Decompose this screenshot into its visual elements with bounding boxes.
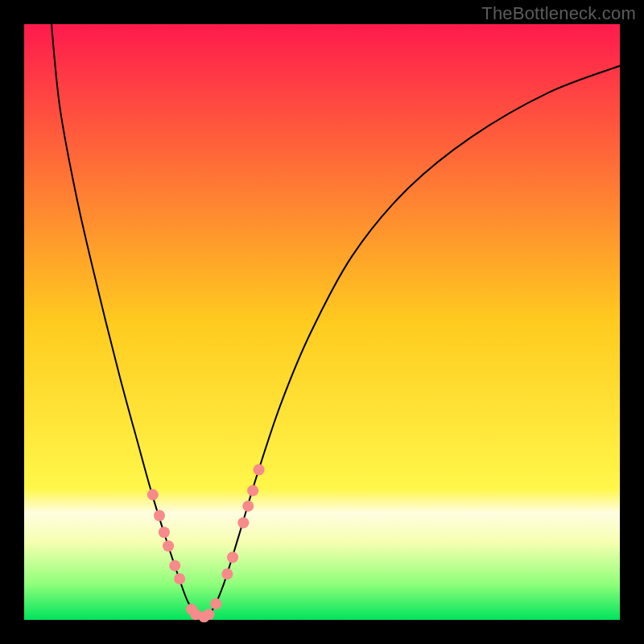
watermark-text: TheBottleneck.com <box>481 3 636 24</box>
data-marker <box>210 598 221 609</box>
data-marker <box>174 573 185 584</box>
data-marker <box>227 551 238 563</box>
data-marker <box>147 489 159 501</box>
data-marker <box>221 568 233 580</box>
data-marker <box>254 464 265 476</box>
data-marker <box>242 501 254 512</box>
data-marker <box>169 560 180 572</box>
chart-svg <box>0 0 644 644</box>
data-marker <box>159 526 170 538</box>
plot-background <box>24 24 620 620</box>
data-marker <box>203 609 214 620</box>
data-marker <box>163 540 174 551</box>
data-marker <box>154 510 165 522</box>
chart-container: TheBottleneck.com <box>0 0 644 644</box>
data-marker <box>247 485 258 496</box>
data-marker <box>237 517 249 528</box>
